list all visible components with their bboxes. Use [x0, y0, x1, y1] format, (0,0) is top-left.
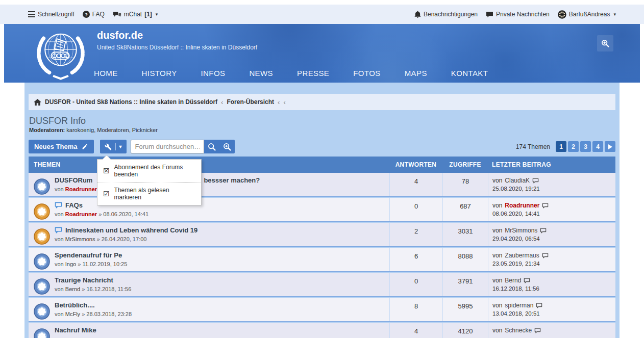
views-count: 3791 — [442, 273, 488, 296]
topic-byline: von Ingo » 11.02.2019, 10:25 — [55, 261, 389, 267]
header-search-button[interactable] — [597, 35, 613, 51]
replies-count: 4 — [389, 323, 442, 338]
topic-title[interactable]: Traurige Nachricht — [55, 276, 113, 284]
magnifier-icon — [208, 143, 216, 151]
topic-wheel-icon-blue — [34, 302, 50, 321]
topic-author[interactable]: Roadrunner — [65, 186, 97, 192]
topic-title-continued[interactable]: bessser machen? — [204, 176, 260, 184]
views-count: 5995 — [442, 298, 488, 321]
unread-badge: [1] — [144, 11, 152, 18]
topic-title[interactable]: Betrüblich.... — [55, 301, 95, 309]
site-logo[interactable] — [32, 26, 90, 83]
topic-title[interactable]: DUSFORum — [55, 176, 92, 184]
last-post-author[interactable]: Schnecke — [505, 327, 532, 334]
pagination: 1234 — [556, 141, 615, 152]
topbar-item-schnellzugriff[interactable]: Schnellzugriff — [28, 11, 75, 18]
page-button-1[interactable]: 1 — [556, 141, 566, 152]
topic-byline: von Bernd » 16.12.2018, 11:56 — [55, 286, 389, 292]
topbar-item-barfu-andreas[interactable]: BarfußAndreas▾ — [558, 10, 616, 19]
topic-title[interactable]: FAQs — [65, 201, 83, 209]
topbar-left: Schnellzugriff?FAQmChat[1]▾ — [28, 11, 158, 18]
last-post-author[interactable]: Zaubermaus — [505, 252, 539, 259]
nav-infos[interactable]: INFOS — [201, 69, 226, 77]
forum-tools-button[interactable]: ▾ — [100, 140, 127, 153]
page-button-2[interactable]: 2 — [568, 141, 579, 152]
advanced-search-button[interactable] — [219, 140, 235, 153]
last-post-cell: von Zaubermaus23.05.2019, 21:34 — [488, 248, 615, 271]
goto-last-post-icon[interactable] — [542, 253, 549, 258]
last-post-author[interactable]: Roadrunner — [505, 202, 539, 209]
goto-last-post-icon[interactable] — [534, 328, 541, 333]
topic-row: Betrüblich....von McFly » 28.03.2018, 23… — [29, 298, 615, 322]
last-post-author[interactable]: Bernd — [505, 277, 521, 284]
replies-count: 2 — [389, 223, 442, 246]
last-post-cell: von Schnecke — [488, 323, 615, 338]
topic-row: Spendenaufruf für Pevon Ingo » 11.02.201… — [29, 248, 615, 272]
forum-tools-menu: ☒Abonnement des Forums beenden☑Themen al… — [97, 159, 202, 205]
nav-kontakt[interactable]: KONTAKT — [451, 69, 488, 77]
last-post-date: 16.12.2018, 11:56 — [492, 285, 615, 292]
nav-home[interactable]: HOME — [94, 69, 118, 77]
topic-author[interactable]: Roadrunner — [65, 211, 97, 217]
topic-wheel-icon-orange — [34, 202, 50, 221]
topic-count: 174 Themen — [516, 143, 550, 150]
topic-author[interactable]: McFly — [65, 311, 80, 317]
site-title[interactable]: dusfor.de — [97, 30, 143, 41]
topic-row: Traurige Nachrichtvon Bernd » 16.12.2018… — [29, 273, 615, 297]
views-count: 8088 — [442, 248, 488, 271]
nav-history[interactable]: HISTORY — [142, 69, 177, 77]
last-post-author[interactable]: spiderman — [505, 302, 533, 309]
topbar-item-benachrichtigungen[interactable]: Benachrichtigungen — [414, 11, 478, 18]
breadcrumb-section[interactable]: Foren-Übersicht — [227, 98, 274, 106]
topbar-item-private-nachrichten[interactable]: Private Nachrichten — [486, 11, 550, 18]
search-button[interactable] — [204, 140, 219, 153]
nav-presse[interactable]: PRESSE — [297, 69, 329, 77]
new-topic-label: Neues Thema — [34, 143, 78, 150]
goto-last-post-icon[interactable] — [540, 228, 547, 233]
topic-wheel-icon-blue — [34, 177, 50, 196]
topic-byline: von McFly » 28.03.2018, 23:28 — [55, 311, 389, 317]
home-icon[interactable] — [34, 99, 41, 106]
question-icon: ? — [83, 11, 90, 18]
last-post-cell: von spiderman13.04.2018, 20:51 — [488, 298, 615, 321]
forum-search-input[interactable] — [131, 140, 204, 153]
breadcrumb: DUSFOR - United Sk8 Nations :: Inline sk… — [29, 94, 615, 110]
button-divider — [115, 143, 116, 150]
nav-news[interactable]: NEWS — [249, 69, 273, 77]
page-button-4[interactable]: 4 — [592, 141, 603, 152]
last-post-author[interactable]: ClaudiaK — [505, 177, 530, 184]
goto-last-post-icon[interactable] — [536, 303, 542, 308]
last-post-date: 13.04.2018, 20:51 — [492, 310, 615, 317]
replies-count: 4 — [389, 173, 442, 196]
nav-maps[interactable]: MAPS — [405, 69, 427, 77]
topic-wheel-icon-blue — [34, 277, 50, 296]
pencil-icon — [82, 143, 88, 150]
menu-item-mark-read[interactable]: ☑Themen als gelesen markieren — [97, 182, 201, 205]
topic-author[interactable]: MrSimmons — [65, 236, 95, 242]
topbar-item-label: Schnellzugriff — [38, 11, 75, 18]
moderators-label: Moderatoren: — [29, 127, 65, 133]
goto-last-post-icon[interactable] — [532, 178, 539, 184]
page-button-3[interactable]: 3 — [580, 141, 591, 152]
chevron-down-icon: ▾ — [156, 12, 158, 17]
topic-title[interactable]: Spendenaufruf für Pe — [55, 251, 122, 259]
goto-last-post-icon[interactable] — [524, 278, 530, 283]
topic-title[interactable]: Inlineskaten und Leben während Covid 19 — [65, 226, 197, 234]
topic-author[interactable]: Bernd — [65, 286, 80, 292]
nav-fotos[interactable]: FOTOS — [353, 69, 380, 77]
goto-last-post-icon[interactable] — [542, 203, 549, 209]
last-post-cell: von Bernd16.12.2018, 11:56 — [488, 273, 615, 296]
next-page-button[interactable] — [605, 141, 615, 152]
site-header: dusfor.de United Sk8Nations Düsseldorf :… — [4, 24, 640, 83]
topic-author[interactable]: Ingo — [65, 261, 76, 267]
topbar-item-mchat[interactable]: mChat[1]▾ — [113, 11, 158, 18]
topbar-item-label: mChat — [124, 11, 142, 18]
topic-title[interactable]: Nachruf Mike — [55, 326, 96, 334]
breadcrumb-root[interactable]: DUSFOR - United Sk8 Nations :: Inline sk… — [45, 98, 217, 106]
menu-item-unsubscribe[interactable]: ☒Abonnement des Forums beenden — [97, 160, 201, 182]
new-topic-button[interactable]: Neues Thema — [29, 140, 94, 153]
moderators-list[interactable]: karokoenig, Moderatoren, Picknicker — [66, 127, 158, 133]
topbar-item-faq[interactable]: ?FAQ — [83, 11, 105, 18]
last-post-author[interactable]: MrSimmons — [505, 227, 537, 234]
topbar-right: BenachrichtigungenPrivate NachrichtenBar… — [414, 10, 616, 19]
